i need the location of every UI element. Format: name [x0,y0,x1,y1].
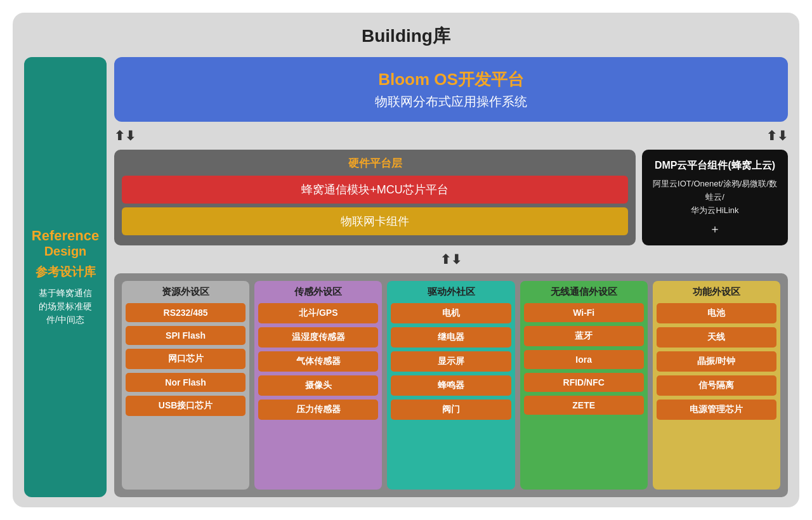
peri-header-drive: 驱动外社区 [391,286,511,298]
bidirectional-arrow-3: ⬆⬇ [440,252,462,267]
peri-item-rs232: RS232/485 [126,303,246,322]
hardware-row2: 物联网卡组件 [122,207,628,235]
sidebar-ref-line1: Reference [32,228,99,244]
hardware-area: 硬件平台层 蜂窝通信模块+MCU芯片平台 物联网卡组件 [114,150,636,245]
arrow-down-2: ⬆⬇ [114,252,788,267]
peri-col-drive: 驱动外社区 电机 继电器 显示屏 蜂鸣器 阀门 [387,281,514,490]
sidebar-chinese: 参考设计库 [36,264,96,280]
peri-item-bluetooth: 蓝牙 [524,326,644,346]
arrow-down-1: ⬆⬇ ⬆⬇ [114,128,788,143]
dmp-sub: 阿里云IOT/Onenet/涂鸦/易微联/数蛙云/华为云HiLink [650,178,780,217]
peri-item-rfid: RFID/NFC [524,373,644,392]
peri-col-wireless: 无线通信外设区 Wi-Fi 蓝牙 Iora RFID/NFC ZETE [520,281,648,490]
peri-item-zete: ZETE [524,396,644,415]
peri-item-antenna: 天线 [657,327,776,348]
peri-item-crystal: 晶振/时钟 [657,351,776,372]
peri-header-function: 功能外设区 [657,286,776,298]
main-content: Reference Design 参考设计库 基于蜂窝通信的场景标准硬件/中间态… [24,57,788,497]
os-subtitle: 物联网分布式应用操作系统 [121,93,782,110]
left-sidebar: Reference Design 参考设计库 基于蜂窝通信的场景标准硬件/中间态 [24,57,107,497]
middle-row: 硬件平台层 蜂窝通信模块+MCU芯片平台 物联网卡组件 DMP云平台组件(蜂窝上… [114,150,788,245]
os-box: Bloom OS开发平台 物联网分布式应用操作系统 [114,57,788,122]
bidirectional-arrow-1: ⬆⬇ [114,128,136,143]
peri-item-buzzer: 蜂鸣器 [391,375,511,396]
dmp-box: DMP云平台组件(蜂窝上云) 阿里云IOT/Onenet/涂鸦/易微联/数蛙云/… [642,150,788,245]
right-area: Bloom OS开发平台 物联网分布式应用操作系统 ⬆⬇ ⬆⬇ 硬件平台层 蜂窝… [114,57,788,497]
peripherals-grid: 资源外设区 RS232/485 SPI Flash 网口芯片 Nor Flash… [122,281,780,490]
peri-item-gas: 气体传感器 [258,351,378,372]
peri-item-display: 显示屏 [391,351,511,372]
sidebar-desc: 基于蜂窝通信的场景标准硬件/中间态 [39,287,92,327]
peri-item-battery: 电池 [657,303,776,323]
peri-item-nor-flash: Nor Flash [126,373,246,392]
peri-item-net-chip: 网口芯片 [126,349,246,369]
peri-item-valve: 阀门 [391,400,511,420]
sidebar-ref-line2: Design [44,244,87,259]
peri-col-resources: 资源外设区 RS232/485 SPI Flash 网口芯片 Nor Flash… [122,281,249,490]
peri-header-sensors: 传感外设区 [258,286,378,298]
peri-col-sensors: 传感外设区 北斗/GPS 温湿度传感器 气体传感器 摄像头 压力传感器 [254,281,382,490]
peri-header-wireless: 无线通信外设区 [524,286,644,298]
dmp-plus: ＋ [709,221,721,237]
peri-item-usb: USB接口芯片 [126,396,246,416]
hardware-label: 硬件平台层 [122,156,628,171]
peri-item-motor: 电机 [391,303,511,323]
peri-item-wifi: Wi-Fi [524,303,644,322]
outer-container: Building库 Reference Design 参考设计库 基于蜂窝通信的… [13,13,799,507]
peri-item-gps: 北斗/GPS [258,303,378,323]
peri-item-relay: 继电器 [391,327,511,348]
peri-item-spi-flash: SPI Flash [126,326,246,345]
bidirectional-arrow-2: ⬆⬇ [766,128,788,143]
peri-header-resources: 资源外设区 [126,286,246,298]
peri-item-power-mgmt: 电源管理芯片 [657,400,776,420]
peripherals-outer: 资源外设区 RS232/485 SPI Flash 网口芯片 Nor Flash… [114,273,788,497]
building-title: Building库 [24,24,788,48]
os-title: Bloom OS开发平台 [121,68,782,91]
peri-item-isolation: 信号隔离 [657,375,776,396]
peri-item-temp-humidity: 温湿度传感器 [258,327,378,348]
dmp-title: DMP云平台组件(蜂窝上云) [655,159,775,172]
hardware-row1: 蜂窝通信模块+MCU芯片平台 [122,176,628,204]
peri-item-lora: Iora [524,350,644,369]
peri-item-pressure: 压力传感器 [258,400,378,420]
peri-col-function: 功能外设区 电池 天线 晶振/时钟 信号隔离 电源管理芯片 [653,281,780,490]
peri-item-camera: 摄像头 [258,375,378,396]
